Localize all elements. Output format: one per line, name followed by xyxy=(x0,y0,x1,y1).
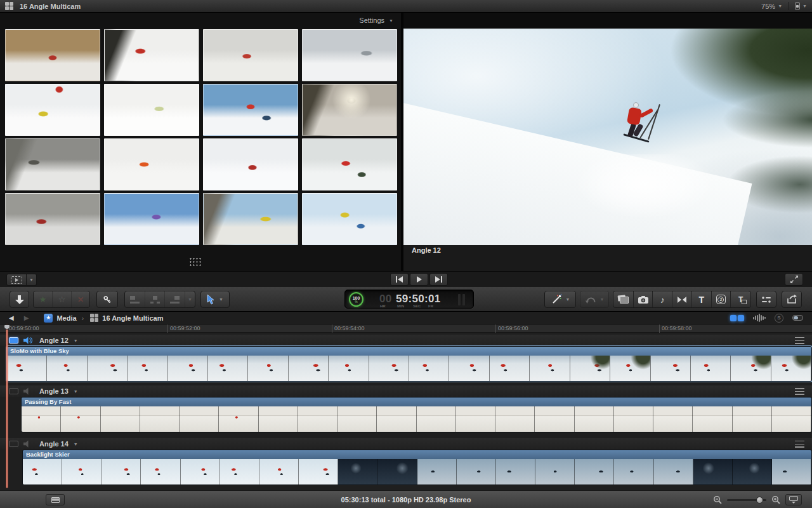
audio-speaker-icon[interactable] xyxy=(23,337,33,344)
angle-thumbnail[interactable] xyxy=(5,29,100,81)
clip-appearance-button[interactable] xyxy=(785,494,802,505)
audio-speaker-icon[interactable] xyxy=(23,387,33,395)
generators-icon: 2 xyxy=(716,295,726,304)
filmstrip-frame xyxy=(181,459,220,485)
track-menu-icon[interactable] xyxy=(795,441,804,448)
zoom-in-icon[interactable] xyxy=(771,495,780,504)
angle-thumbnail[interactable] xyxy=(203,138,298,190)
filmstrip-frame xyxy=(23,459,62,485)
track-menu-icon[interactable] xyxy=(795,388,804,395)
track-header-angle-14: Angle 14 ▼ xyxy=(0,438,812,450)
import-camera-button[interactable] xyxy=(634,291,653,307)
append-edit-icon xyxy=(170,295,180,304)
edit-options-dropdown[interactable]: ▼ xyxy=(185,291,195,307)
fullscreen-button[interactable] xyxy=(785,273,803,286)
angle-thumbnail[interactable] xyxy=(104,29,199,81)
audio-speaker-icon[interactable] xyxy=(23,440,33,448)
music-browser-button[interactable]: ♪ xyxy=(653,291,672,307)
inspector-button[interactable] xyxy=(756,291,776,308)
title-bar: 16 Angle Multicam 75% ▼ ▼ xyxy=(0,0,812,13)
timeline-index-button[interactable] xyxy=(46,494,65,505)
viewer-angle-label: Angle 12 xyxy=(412,246,441,254)
angle-thumbnail[interactable] xyxy=(302,29,397,81)
track-angle-name[interactable]: Angle 14 xyxy=(39,440,69,448)
enhancements-button[interactable]: ▼ xyxy=(544,291,576,308)
angle-thumbnail[interactable] xyxy=(203,29,298,81)
snapping-toggle-icon[interactable] xyxy=(792,315,803,321)
filmstrip-frame xyxy=(417,406,456,432)
viewer-overlay-tool-button[interactable] xyxy=(6,274,27,286)
display-options-button[interactable]: ▼ xyxy=(789,2,807,10)
video-monitor-icon[interactable] xyxy=(9,388,18,394)
clip-slomo-with-blue-sky[interactable]: SloMo with Blue Sky xyxy=(6,346,812,382)
angle-thumbnail[interactable] xyxy=(302,193,397,245)
track-menu-icon[interactable] xyxy=(795,337,804,344)
angle-thumbnail[interactable] xyxy=(104,84,199,136)
angle-thumbnail[interactable] xyxy=(5,138,100,190)
insert-edit-button[interactable] xyxy=(145,291,166,307)
main-toolbar: ★ ☆ ✕ ▼ ▼ 100 xyxy=(0,287,812,312)
clip-passing-by-fast[interactable]: Passing By Fast xyxy=(21,397,812,432)
previous-frame-button[interactable] xyxy=(390,273,409,286)
reject-button[interactable]: ✕ xyxy=(72,291,89,307)
audio-meters[interactable] xyxy=(458,294,465,305)
angle-thumbnail[interactable] xyxy=(203,84,298,136)
clip-backlight-skier[interactable]: Backlight Skier xyxy=(22,450,812,485)
play-button[interactable] xyxy=(410,273,428,286)
favorite-button[interactable]: ★ xyxy=(34,291,53,307)
angle-thumbnail[interactable] xyxy=(5,84,100,136)
next-frame-button[interactable] xyxy=(429,273,448,286)
breadcrumb-project[interactable]: 16 Angle Multicam xyxy=(102,314,163,322)
track-header-angle-13: Angle 13 ▼ xyxy=(0,385,812,397)
titles-browser-button[interactable]: T xyxy=(692,291,712,307)
timeline-ruler[interactable]: 00:59:50:0000:59:52:0000:59:54:0000:59:5… xyxy=(0,324,812,333)
video-monitor-icon[interactable] xyxy=(9,337,18,344)
keyword-button[interactable] xyxy=(96,291,118,308)
filmstrip-view-icon[interactable] xyxy=(730,315,744,321)
transitions-browser-button[interactable] xyxy=(672,291,692,307)
settings-button[interactable]: Settings ▼ xyxy=(359,17,393,24)
timecode-display: 100 % 00 59:50:01 HR MIN SEC FR xyxy=(344,290,474,309)
angle-thumbnail[interactable] xyxy=(302,138,397,190)
angle-thumbnail[interactable] xyxy=(104,138,199,190)
play-icon xyxy=(417,276,422,283)
import-button[interactable] xyxy=(10,291,29,308)
back-button[interactable]: ◀ xyxy=(9,314,14,321)
retime-button[interactable]: ▼ xyxy=(580,291,609,308)
connect-edit-button[interactable] xyxy=(125,291,145,307)
track-angle-name[interactable]: Angle 13 xyxy=(39,387,69,395)
themes-browser-button[interactable]: T xyxy=(731,291,750,307)
skier-figure xyxy=(612,102,662,178)
chevron-down-icon[interactable]: ▼ xyxy=(74,442,78,446)
connect-edit-icon xyxy=(130,295,140,304)
waveform-view-icon[interactable] xyxy=(753,314,766,323)
angle-thumbnail[interactable] xyxy=(203,193,298,245)
transitions-icon xyxy=(677,296,687,304)
forward-button[interactable]: ▶ xyxy=(24,314,29,321)
viewer-zoom-select[interactable]: 75% ▼ xyxy=(761,3,782,10)
filmstrip-frame xyxy=(733,406,772,432)
chevron-down-icon[interactable]: ▼ xyxy=(74,338,78,343)
photos-browser-button[interactable] xyxy=(613,291,634,307)
generators-browser-button[interactable]: 2 xyxy=(712,291,731,307)
angle-thumbnail[interactable] xyxy=(5,193,100,245)
skimming-icon[interactable]: S xyxy=(775,314,783,323)
filmstrip-frame xyxy=(88,356,128,382)
playhead[interactable] xyxy=(6,324,8,488)
angle-thumbnail[interactable] xyxy=(302,84,397,136)
select-tool-button[interactable]: ▼ xyxy=(200,291,230,308)
chevron-down-icon[interactable]: ▼ xyxy=(74,389,78,394)
video-monitor-icon[interactable] xyxy=(9,441,18,447)
timeline-zoom-slider[interactable] xyxy=(727,499,766,501)
zoom-slider-knob[interactable] xyxy=(756,497,763,504)
append-edit-button[interactable] xyxy=(165,291,185,307)
zoom-out-icon[interactable] xyxy=(713,495,722,504)
grid-layout-button[interactable] xyxy=(188,257,201,267)
share-button[interactable] xyxy=(782,291,802,308)
unrate-button[interactable]: ☆ xyxy=(53,291,72,307)
viewer-overlay-tool-dropdown[interactable]: ▼ xyxy=(27,274,37,286)
angle-thumbnail[interactable] xyxy=(104,193,199,245)
breadcrumb-collection[interactable]: Media xyxy=(56,314,76,322)
ruler-tick-mark xyxy=(659,324,660,333)
track-angle-name[interactable]: Angle 12 xyxy=(39,337,69,344)
